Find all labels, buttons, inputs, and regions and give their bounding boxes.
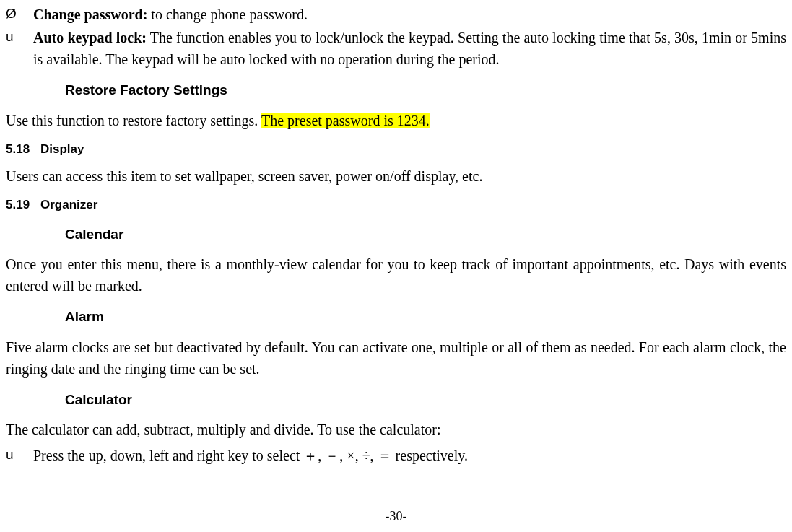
heading-alarm: Alarm [65, 307, 786, 328]
bullet-title: Change password: [33, 6, 147, 22]
bullet-content: Auto keypad lock: The function enables y… [33, 27, 786, 70]
heading-restore: Restore Factory Settings [65, 80, 786, 101]
section-title: Display [40, 142, 84, 156]
bullet-text: to change phone password. [147, 6, 308, 22]
page-number: -30- [0, 507, 792, 526]
bullet-change-password: Ø Change password: to change phone passw… [6, 4, 786, 25]
restore-intro: Use this function to restore factory set… [6, 113, 261, 128]
section-title: Organizer [40, 198, 97, 212]
bullet-marker: Ø [6, 4, 33, 25]
bullet-marker: u [6, 27, 33, 70]
bullet-text: The function enables you to lock/unlock … [33, 30, 786, 67]
bullet-content: Press the up, down, left and right key t… [33, 445, 786, 466]
para-calendar: Once you enter this menu, there is a mon… [6, 253, 786, 297]
para-alarm: Five alarm clocks are set but deactivate… [6, 336, 786, 380]
para-calculator: The calculator can add, subtract, multip… [6, 419, 786, 440]
bullet-content: Change password: to change phone passwor… [33, 4, 786, 25]
heading-display: 5.18Display [6, 140, 786, 159]
para-restore: Use this function to restore factory set… [6, 110, 786, 131]
heading-calendar: Calendar [65, 224, 786, 245]
bullet-auto-keypad: u Auto keypad lock: The function enables… [6, 27, 786, 70]
heading-organizer: 5.19Organizer [6, 196, 786, 214]
para-display: Users can access this item to set wallpa… [6, 165, 786, 187]
bullet-title: Auto keypad lock: [33, 30, 147, 45]
bullet-marker: u [6, 445, 33, 466]
restore-highlight: The preset password is 1234. [261, 113, 430, 128]
section-number: 5.19 [6, 196, 40, 214]
bullet-calc-press: u Press the up, down, left and right key… [6, 445, 786, 466]
section-number: 5.18 [6, 140, 40, 159]
heading-calculator: Calculator [65, 390, 786, 411]
